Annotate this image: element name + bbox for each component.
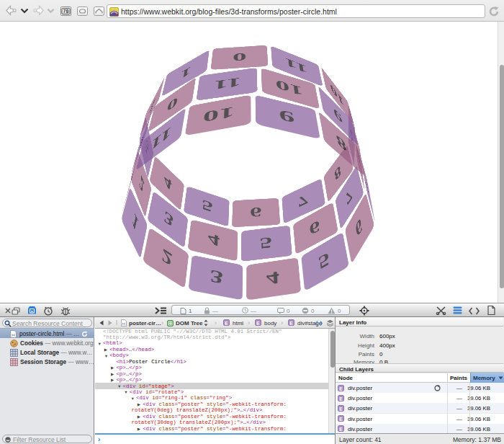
svg-text:78: 78 <box>63 9 69 14</box>
